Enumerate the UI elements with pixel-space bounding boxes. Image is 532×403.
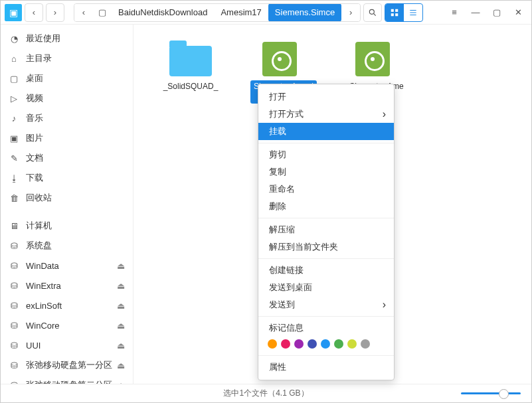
sidebar-item-label: 最近使用 [26, 33, 60, 44]
menu-button[interactable]: ≡ [445, 3, 464, 22]
device-icon[interactable]: ▢ [93, 3, 112, 22]
svg-rect-4 [391, 13, 394, 16]
eject-icon[interactable]: ⏏ [117, 301, 125, 311]
home-icon: ⌂ [9, 54, 19, 64]
sidebar-item[interactable]: ♪音乐 [1, 108, 133, 128]
view-toggle [385, 3, 423, 22]
sidebar-item-label: WinData [26, 261, 59, 271]
breadcrumb-item-2[interactable]: Siemens.Simce [268, 3, 341, 22]
context-menu-item[interactable]: 重命名 [258, 181, 394, 198]
sidebar-item-label: 回收站 [26, 192, 52, 204]
sidebar-item[interactable]: ⛁WinExtra⏏ [1, 276, 133, 295]
sidebar-item[interactable]: ▣图片 [1, 128, 133, 148]
sidebar-item-label: 视频 [26, 92, 43, 104]
app-logo-icon: ▣ [5, 4, 22, 21]
sidebar-item[interactable]: ⛁张弛移动硬盘第二分区⏏ [1, 375, 133, 384]
sidebar-item-label: WinExtra [26, 281, 61, 291]
context-menu-item[interactable]: 属性 [258, 359, 394, 376]
search-button[interactable] [363, 3, 382, 22]
image-icon: ▣ [9, 133, 19, 143]
tag-color[interactable] [281, 339, 290, 349]
sidebar-item[interactable]: ⛁张弛移动硬盘第一分区⏏ [1, 355, 133, 375]
disc-image-icon [355, 42, 398, 76]
window-minimize-button[interactable]: — [466, 3, 485, 22]
context-menu-item[interactable]: 删除 [258, 198, 394, 215]
disk-icon: ⛁ [9, 241, 19, 251]
download-icon: ⭳ [9, 173, 19, 183]
status-bar: 选中1个文件（4.1 GB） [1, 384, 531, 402]
sidebar-item[interactable]: ⛁系统盘 [1, 236, 133, 256]
svg-rect-2 [391, 9, 394, 11]
file-name: _SolidSQUAD_ [161, 80, 221, 94]
context-menu-item[interactable]: 发送到 [258, 296, 394, 313]
disk-icon: ⛁ [9, 341, 19, 351]
context-menu-item[interactable]: 解压到当前文件夹 [258, 238, 394, 256]
eject-icon[interactable]: ⏏ [117, 261, 125, 271]
tag-color[interactable] [361, 339, 370, 349]
view-list-button[interactable] [404, 4, 422, 21]
eject-icon[interactable]: ⏏ [117, 341, 125, 351]
eject-icon[interactable]: ⏏ [117, 361, 125, 370]
sidebar-item[interactable]: ◔最近使用 [1, 29, 133, 48]
sidebar-item-label: 音乐 [26, 112, 43, 124]
status-text: 选中1个文件（4.1 GB） [223, 388, 308, 399]
nav-back-button[interactable]: ‹ [25, 3, 43, 22]
sidebar-item-label: exLinSoft [26, 301, 62, 311]
tag-color[interactable] [334, 339, 343, 349]
disc-image-icon [262, 42, 305, 76]
sidebar-item[interactable]: ▷视频 [1, 88, 133, 108]
eject-icon[interactable]: ⏏ [117, 281, 125, 291]
tag-color[interactable] [308, 339, 317, 349]
sidebar-item-label: 系统盘 [26, 240, 52, 252]
nav-forward-button[interactable]: › [46, 3, 64, 22]
breadcrumb-item-0[interactable]: BaiduNetdiskDownload [112, 3, 214, 22]
window-close-button[interactable]: ✕ [509, 3, 527, 22]
sidebar-item[interactable]: 🖥计算机 [1, 216, 133, 236]
breadcrumb-item-1[interactable]: Amesim17 [214, 3, 268, 22]
sidebar-item-label: 计算机 [26, 220, 52, 232]
sidebar-item[interactable]: ⛁WinCore⏏ [1, 315, 133, 335]
view-grid-button[interactable] [385, 4, 404, 21]
sidebar-item[interactable]: ✎文档 [1, 148, 133, 168]
window-maximize-button[interactable]: ▢ [488, 3, 506, 22]
sidebar-item[interactable]: ⛁WinData⏏ [1, 256, 133, 276]
computer-icon: 🖥 [9, 221, 19, 231]
sidebar-item-label: 图片 [26, 132, 43, 144]
sidebar-item-label: 桌面 [26, 72, 43, 84]
sidebar-item[interactable]: ⌂主目录 [1, 48, 133, 68]
context-menu-item[interactable]: 打开 [258, 88, 394, 106]
video-icon: ▷ [9, 94, 19, 104]
tag-color[interactable] [347, 339, 357, 349]
sidebar-item-label: 张弛移动硬盘第二分区 [26, 379, 112, 384]
context-menu-item[interactable]: 发送到桌面 [258, 279, 394, 296]
zoom-slider[interactable] [461, 392, 521, 394]
context-menu-item[interactable]: 剪切 [258, 146, 394, 163]
sidebar-item[interactable]: 🗑回收站 [1, 188, 133, 208]
svg-rect-3 [395, 9, 398, 11]
sidebar-item[interactable]: ⛁UUI⏏ [1, 335, 133, 355]
tag-color[interactable] [268, 339, 277, 349]
eject-icon[interactable]: ⏏ [117, 321, 125, 331]
svg-line-1 [374, 13, 376, 15]
desktop-icon: ▢ [9, 74, 19, 84]
disk-icon: ⛁ [9, 361, 19, 370]
context-menu-item[interactable]: 挂载 [258, 123, 394, 140]
context-menu-item[interactable]: 复制 [258, 163, 394, 181]
context-menu-item[interactable]: 打开方式 [258, 106, 394, 123]
disk-icon: ⛁ [9, 281, 19, 291]
doc-icon: ✎ [9, 153, 19, 163]
sidebar-item-label: 文档 [26, 152, 43, 164]
svg-rect-5 [395, 13, 398, 16]
sidebar-item[interactable]: ⛁exLinSoft⏏ [1, 295, 133, 315]
tag-color[interactable] [321, 339, 330, 349]
sidebar-item[interactable]: ⭳下载 [1, 168, 133, 188]
nav-up-button[interactable]: ‹ [74, 3, 93, 22]
context-menu-item[interactable]: 解压缩 [258, 221, 394, 238]
tag-color[interactable] [294, 339, 304, 349]
context-menu-separator [258, 258, 394, 259]
file-item[interactable]: _SolidSQUAD_ [157, 42, 224, 94]
breadcrumb-more-button[interactable]: › [341, 3, 360, 22]
context-menu-item[interactable]: 创建链接 [258, 262, 394, 279]
sidebar-item[interactable]: ▢桌面 [1, 68, 133, 88]
sidebar: ◔最近使用⌂主目录▢桌面▷视频♪音乐▣图片✎文档⭳下载🗑回收站🖥计算机⛁系统盘⛁… [1, 25, 133, 384]
